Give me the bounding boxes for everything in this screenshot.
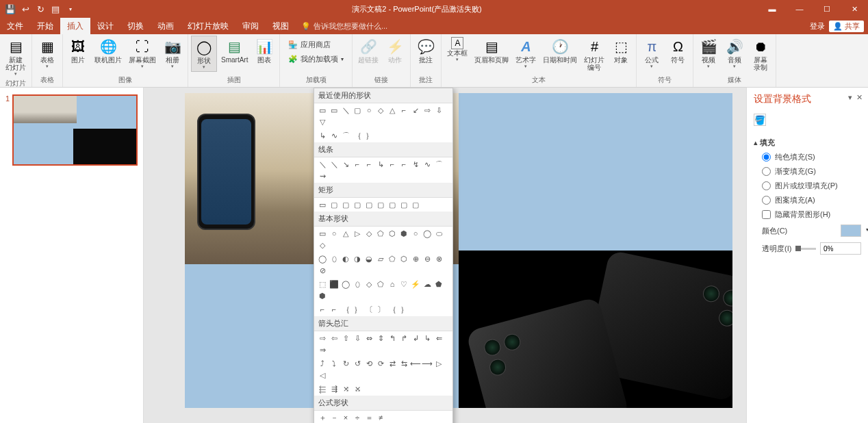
shape-item[interactable]: ⬭ [433,228,444,239]
shape-item[interactable]: ⌐ [317,304,328,315]
shape-item[interactable]: ⇩ [433,105,444,116]
shape-item[interactable]: ⌒ [340,130,351,141]
shape-item[interactable]: ▢ [375,199,386,210]
pane-options-icon[interactable]: ▾ [848,93,852,102]
shape-item[interactable]: ⬠ [387,253,398,264]
shape-item[interactable]: ⬯ [329,253,340,264]
shape-item[interactable]: ⇝ [317,170,328,181]
shape-item[interactable]: ▢ [387,199,398,210]
shape-item[interactable]: ◐ [340,253,351,264]
slide[interactable] [185,93,732,408]
shape-item[interactable]: ↯ [410,159,421,170]
shape-item[interactable]: ◑ [352,253,363,264]
shape-item[interactable]: 〔 [363,304,374,315]
shape-item[interactable]: ⟵ [410,358,421,369]
shape-item[interactable]: ▢ [352,199,363,210]
shape-item[interactable]: ｛ [352,130,363,141]
screen-recording-button[interactable]: ⏺屏幕 录制 [748,36,773,73]
smartart-button[interactable]: ▤SmartArt [218,36,251,65]
shape-item[interactable]: ◇ [363,228,374,239]
shape-item[interactable]: ○ [410,228,421,239]
screenshot-button[interactable]: ⛶屏幕截图▾ [126,36,159,70]
minimize-button[interactable]: — [786,0,813,18]
shape-item[interactable]: ＼ [317,159,328,170]
shape-item[interactable]: ⬟ [433,279,444,290]
slideshow-start-icon[interactable]: ▤ [51,4,60,14]
shape-item[interactable]: ☁ [422,279,433,290]
tab-home[interactable]: 开始 [30,18,60,34]
shape-item[interactable]: ⬚ [317,279,328,290]
shape-item[interactable]: ○ [329,228,340,239]
wordart-button[interactable]: A艺术字▾ [513,36,539,70]
shape-item[interactable]: ◇ [317,240,328,251]
save-icon[interactable]: 💾 [5,4,15,14]
shapes-button[interactable]: ◯形状▾ [191,36,217,72]
shape-item[interactable]: ⌐ [329,304,340,315]
shape-item[interactable]: ↘ [340,159,351,170]
shape-item[interactable]: ⬯ [352,279,363,290]
transparency-input[interactable] [820,242,861,255]
tab-file[interactable]: 文件 [0,18,30,34]
shape-item[interactable]: ○ [363,105,374,116]
shape-item[interactable]: ↺ [352,358,363,369]
comment-button[interactable]: 💬批注 [413,36,438,65]
action-button[interactable]: ⚡动作 [383,36,407,65]
online-picture-button[interactable]: 🌐联机图片 [92,36,125,65]
shape-item[interactable]: ⌐ [363,159,374,170]
shape-item[interactable]: ＋ [317,412,328,423]
shape-item[interactable]: ⇩ [352,333,363,344]
shape-item[interactable]: ⬱ [317,383,328,394]
shape-item[interactable]: ｛ [340,304,351,315]
shape-item[interactable]: ↲ [410,333,421,344]
shape-item[interactable]: ⌐ [352,159,363,170]
undo-icon[interactable]: ↩ [21,4,30,14]
shape-item[interactable]: ⊗ [433,253,444,264]
pane-close-icon[interactable]: ✕ [856,93,863,102]
shape-item[interactable]: ▱ [375,253,386,264]
shape-item[interactable]: ⌒ [433,159,444,170]
table-button[interactable]: ▦表格▾ [35,36,60,70]
shape-item[interactable]: ⇧ [340,333,351,344]
shape-item[interactable]: ⤨ [340,383,351,394]
redo-icon[interactable]: ↻ [36,4,45,14]
tab-insert[interactable]: 插入 [60,18,90,34]
shape-item[interactable]: ⌐ [387,159,398,170]
shape-item[interactable]: ｛ [387,304,398,315]
equation-button[interactable]: π公式▾ [639,36,664,70]
ribbon-display-options[interactable]: ▬ [758,0,786,18]
shape-item[interactable]: × [340,412,351,423]
shape-item[interactable]: ⌐ [398,105,409,116]
shape-item[interactable]: ⟲ [363,358,374,369]
shape-item[interactable]: ◯ [317,253,328,264]
shape-item[interactable]: ＼ [340,105,351,116]
shape-item[interactable]: ◁ [317,370,328,381]
slide-thumbnail-1[interactable] [12,94,138,166]
picture-fill-radio[interactable]: 图片或纹理填充(P) [754,179,861,193]
shape-item[interactable]: ⬠ [375,279,386,290]
fill-tab-icon[interactable]: 🪣 [754,114,766,126]
shape-item[interactable]: ↳ [317,130,328,141]
slide-canvas-area[interactable]: 最近使用的形状▭▭＼▢○◇△⌐↙⇨⇩▽↳∿⌒｛｝线条＼＼↘⌐⌐↳⌐⌐↯∿⌒⇝矩形… [144,88,746,423]
shape-item[interactable]: ◯ [422,228,433,239]
shape-item[interactable]: ↳ [375,159,386,170]
shape-item[interactable]: ▭ [317,228,328,239]
shape-item[interactable]: ▢ [398,199,409,210]
slidenumber-button[interactable]: #幻灯片 编号 [581,36,607,73]
shape-item[interactable]: ⇕ [375,333,386,344]
login-link[interactable]: 登录 [810,21,825,31]
tab-design[interactable]: 设计 [90,18,120,34]
shape-item[interactable]: ⬡ [387,228,398,239]
shape-item[interactable]: ↙ [410,105,421,116]
shape-item[interactable]: ◒ [363,253,374,264]
shape-item[interactable]: ⬠ [375,228,386,239]
shape-item[interactable]: ｝ [363,130,374,141]
shape-item[interactable]: △ [340,228,351,239]
album-button[interactable]: 📷相册▾ [160,36,185,70]
header-footer-button[interactable]: ▤页眉和页脚 [472,36,511,65]
video-button[interactable]: 🎬视频▾ [696,36,721,70]
shape-item[interactable]: ⬡ [398,253,409,264]
shape-item[interactable]: ⤵ [329,358,340,369]
textbox-button[interactable]: A文本框▾ [444,36,470,64]
shape-item[interactable]: ▢ [410,199,421,210]
shape-item[interactable]: ÷ [352,412,363,423]
